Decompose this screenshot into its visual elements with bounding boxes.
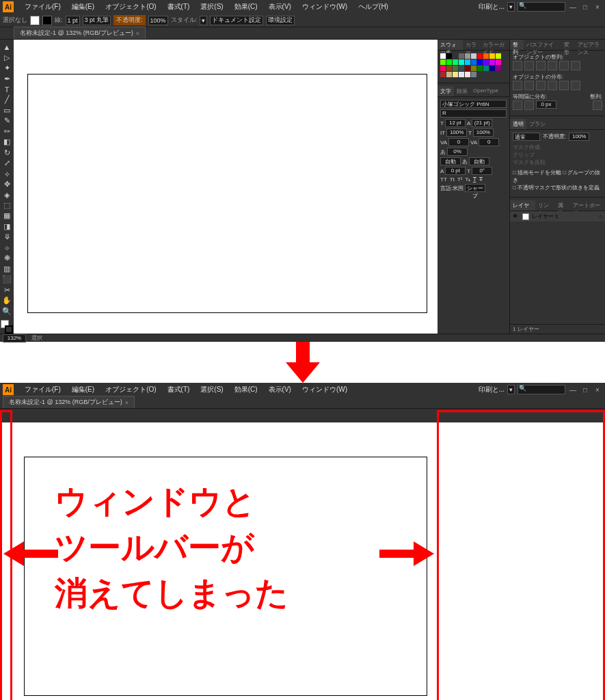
rectangle-tool[interactable]: ▭ <box>1 106 12 115</box>
menu-select[interactable]: 選択(S) <box>195 385 228 394</box>
make-mask-button[interactable]: マスク作成 <box>513 144 602 151</box>
layer-target-icon[interactable]: ○ <box>599 213 602 219</box>
tab-align[interactable]: 整列 <box>510 40 524 50</box>
menu-type[interactable]: 書式(T) <box>162 2 196 12</box>
fill-swatch[interactable] <box>30 16 40 25</box>
swatch-color[interactable] <box>489 59 495 65</box>
tab-brushes[interactable]: ブラシ <box>526 119 548 129</box>
align-hcenter-icon[interactable] <box>524 61 534 70</box>
hscale-input[interactable]: 100% <box>473 129 494 137</box>
stroke-width-input[interactable]: 1 pt <box>66 16 80 25</box>
type-tool[interactable]: T <box>1 85 12 94</box>
minimize-icon[interactable]: — <box>568 385 578 394</box>
tab-attributes[interactable]: 属性 <box>555 200 570 211</box>
style-dropdown[interactable]: ▾ <box>200 16 207 25</box>
align-right-icon[interactable] <box>536 61 546 70</box>
rotate-tool[interactable]: ↻ <box>1 148 12 157</box>
invert-mask-checkbox[interactable]: マスクを反転 <box>513 159 602 166</box>
tab-appearance[interactable]: アピアランス <box>575 40 605 50</box>
hand-tool[interactable]: ✋ <box>1 296 12 305</box>
document-tab[interactable]: 名称未設定-1 @ 132% (RGB/プレビュー) × <box>14 27 146 39</box>
swatch-color[interactable] <box>446 53 452 59</box>
tab-close-icon[interactable]: × <box>136 30 139 37</box>
swatch-color[interactable] <box>471 72 476 77</box>
menu-effect[interactable]: 効果(C) <box>229 2 263 12</box>
minimize-icon[interactable]: — <box>568 2 578 12</box>
menu-effect[interactable]: 効果(C) <box>229 385 263 394</box>
stroke-color-icon[interactable] <box>5 325 13 334</box>
align-bottom-icon[interactable] <box>571 61 580 70</box>
search-input[interactable] <box>517 385 565 394</box>
font-style-dropdown[interactable]: R <box>440 109 507 118</box>
swatch-color[interactable] <box>446 59 452 65</box>
kerning-input[interactable]: 0 <box>448 138 469 146</box>
swatch-color[interactable] <box>453 59 458 65</box>
swatch-color[interactable] <box>477 59 483 65</box>
menu-edit[interactable]: 編集(E) <box>66 385 100 394</box>
opacity-input[interactable]: 100% <box>148 16 168 25</box>
workspace-switcher[interactable]: ▾ <box>507 2 515 12</box>
maximize-icon[interactable]: □ <box>580 385 590 394</box>
spacing-input[interactable]: 0 px <box>536 100 556 109</box>
align-left-icon[interactable] <box>513 61 522 70</box>
swatch-color[interactable] <box>453 72 458 77</box>
zoom-tool[interactable]: 🔍 <box>1 306 12 315</box>
swatch-color[interactable] <box>453 66 458 71</box>
dist-top-icon[interactable] <box>513 81 522 90</box>
swatch-color[interactable] <box>471 59 476 65</box>
env-settings-button[interactable]: 環境設定 <box>266 16 295 25</box>
paintbrush-tool[interactable]: ✎ <box>1 116 12 125</box>
menu-window[interactable]: ウィンドウ(W) <box>297 385 353 394</box>
tab-layers[interactable]: レイヤー <box>510 200 535 211</box>
shape-builder-tool[interactable]: ◈ <box>1 190 12 199</box>
pencil-tool[interactable]: ✏ <box>1 127 12 136</box>
dist-left-icon[interactable] <box>548 81 557 90</box>
swatch-color[interactable] <box>471 53 476 59</box>
strikethrough-icon[interactable]: T̶ <box>479 176 483 183</box>
swatch-color[interactable] <box>465 72 470 77</box>
vscale-input[interactable]: 100% <box>446 129 467 137</box>
tab-swatches[interactable]: スウォッチ <box>438 40 463 50</box>
swatch-color[interactable] <box>483 53 489 59</box>
swatch-color[interactable] <box>483 59 489 65</box>
menu-edit[interactable]: 編集(E) <box>66 2 100 12</box>
zoom-level[interactable]: 132% <box>3 334 26 342</box>
document-tab[interactable]: 名称未設定-1 @ 132% (RGB/プレビュー) × <box>3 396 135 408</box>
tt-caps-icon[interactable]: TT <box>440 176 447 183</box>
graph-tool[interactable]: ▥ <box>1 265 12 273</box>
swatch-color[interactable] <box>489 66 495 71</box>
swatch-color[interactable] <box>440 53 446 59</box>
menu-object[interactable]: オブジェクト(O) <box>100 385 161 394</box>
rotation-input[interactable]: 0° <box>472 167 492 175</box>
layer-row[interactable]: 👁 レイヤー 1 ○ <box>510 211 605 221</box>
tracking-input[interactable]: 0 <box>479 138 499 146</box>
align-vcenter-icon[interactable] <box>559 61 569 70</box>
swatch-color[interactable] <box>483 66 489 71</box>
search-input[interactable] <box>517 2 565 12</box>
canvas-area[interactable] <box>14 40 438 334</box>
tab-artboards[interactable]: アートボード <box>570 200 605 211</box>
menu-type[interactable]: 書式(T) <box>162 385 196 394</box>
swatch-color[interactable] <box>459 72 464 77</box>
maximize-icon[interactable]: □ <box>580 2 590 12</box>
blend-tool[interactable]: ⟐ <box>1 243 12 252</box>
tab-pathfinder[interactable]: パスファインダー <box>524 40 562 50</box>
magic-wand-tool[interactable]: ✦ <box>1 64 12 72</box>
direct-selection-tool[interactable]: ▷ <box>1 53 12 62</box>
slice-tool[interactable]: ✂ <box>1 285 12 294</box>
dist-vspace-icon[interactable] <box>513 100 522 110</box>
fill-stroke-indicator[interactable] <box>1 320 13 334</box>
isolate-blending-checkbox[interactable]: □ <box>513 170 517 176</box>
line-tool[interactable]: ╱ <box>1 95 12 104</box>
swatch-color[interactable] <box>459 59 464 65</box>
menu-view[interactable]: 表示(V) <box>263 385 297 394</box>
tab-transform[interactable]: 変形 <box>561 40 575 50</box>
eraser-tool[interactable]: ◧ <box>1 137 12 146</box>
artboard[interactable] <box>27 74 427 313</box>
swatch-color[interactable] <box>496 59 501 65</box>
tab-transparency[interactable]: 透明 <box>510 119 526 129</box>
eyedropper-tool[interactable]: ⤋ <box>1 232 12 241</box>
scale-tool[interactable]: ⤢ <box>1 159 12 167</box>
swatch-color[interactable] <box>440 72 446 77</box>
superscript-icon[interactable]: T¹ <box>457 176 463 183</box>
